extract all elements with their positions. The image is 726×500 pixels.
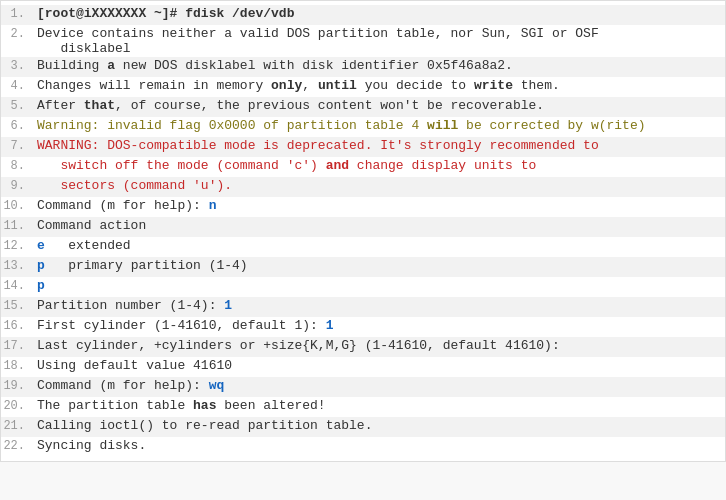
terminal-line: 1.[root@iXXXXXXX ~]# fdisk /dev/vdb xyxy=(1,5,725,25)
terminal-line: 18.Using default value 41610 xyxy=(1,357,725,377)
line-content: First cylinder (1-41610, default 1): 1 xyxy=(33,318,725,333)
line-number: 13. xyxy=(1,259,33,273)
line-number: 14. xyxy=(1,279,33,293)
text-segment: 1 xyxy=(224,298,232,313)
terminal-block: 1.[root@iXXXXXXX ~]# fdisk /dev/vdb2.Dev… xyxy=(0,0,726,462)
line-number: 10. xyxy=(1,199,33,213)
text-segment: Partition number (1-4): xyxy=(37,298,224,313)
terminal-line: 14.p xyxy=(1,277,725,297)
line-number: 11. xyxy=(1,219,33,233)
text-segment: write xyxy=(474,78,513,93)
line-number: 9. xyxy=(1,179,33,193)
line-content: Syncing disks. xyxy=(33,438,725,453)
line-content: Command (m for help): n xyxy=(33,198,725,213)
line-content: The partition table has been altered! xyxy=(33,398,725,413)
terminal-line: 2.Device contains neither a valid DOS pa… xyxy=(1,25,725,57)
terminal-line: 17.Last cylinder, +cylinders or +size{K,… xyxy=(1,337,725,357)
terminal-line: 7.WARNING: DOS-compatible mode is deprec… xyxy=(1,137,725,157)
text-segment: be corrected by w(rite) xyxy=(466,118,645,133)
text-segment: e xyxy=(37,238,45,253)
text-segment: extended xyxy=(45,238,131,253)
text-segment: will xyxy=(427,118,466,133)
line-content: Last cylinder, +cylinders or +size{K,M,G… xyxy=(33,338,725,353)
line-content: Changes will remain in memory only, unti… xyxy=(33,78,725,93)
line-number: 12. xyxy=(1,239,33,253)
text-segment: a xyxy=(107,58,115,73)
text-segment: new DOS disklabel with disk identifier 0… xyxy=(115,58,513,73)
line-number: 5. xyxy=(1,99,33,113)
terminal-line: 15.Partition number (1-4): 1 xyxy=(1,297,725,317)
line-content: sectors (command 'u'). xyxy=(33,178,725,193)
terminal-line: 11.Command action xyxy=(1,217,725,237)
text-segment: been altered! xyxy=(216,398,325,413)
text-segment: Device contains neither a valid DOS part… xyxy=(37,26,599,56)
text-segment: Command (m for help): xyxy=(37,378,209,393)
line-number: 7. xyxy=(1,139,33,153)
text-segment: sectors (command 'u'). xyxy=(37,178,232,193)
line-number: 1. xyxy=(1,7,33,21)
line-content: Device contains neither a valid DOS part… xyxy=(33,26,725,56)
terminal-line: 5.After that, of course, the previous co… xyxy=(1,97,725,117)
line-number: 3. xyxy=(1,59,33,73)
line-number: 20. xyxy=(1,399,33,413)
line-content: p primary partition (1-4) xyxy=(33,258,725,273)
terminal-line: 22.Syncing disks. xyxy=(1,437,725,457)
text-segment: [root@iXXXXXXX ~]# fdisk /dev/vdb xyxy=(37,6,294,21)
terminal-line: 9. sectors (command 'u'). xyxy=(1,177,725,197)
text-segment: , xyxy=(302,78,318,93)
text-segment: Warning: invalid flag 0x0000 of partitio… xyxy=(37,118,427,133)
text-segment: until xyxy=(318,78,357,93)
line-content: Partition number (1-4): 1 xyxy=(33,298,725,313)
line-content: After that, of course, the previous cont… xyxy=(33,98,725,113)
text-segment: p xyxy=(37,258,45,273)
text-segment: switch off the mode (command 'c') xyxy=(37,158,326,173)
terminal-line: 21.Calling ioctl() to re-read partition … xyxy=(1,417,725,437)
line-content: switch off the mode (command 'c') and ch… xyxy=(33,158,725,173)
text-segment: n xyxy=(209,198,217,213)
text-segment: Building xyxy=(37,58,107,73)
line-number: 15. xyxy=(1,299,33,313)
line-content: [root@iXXXXXXX ~]# fdisk /dev/vdb xyxy=(33,6,725,21)
line-number: 2. xyxy=(1,27,33,41)
terminal-line: 16.First cylinder (1-41610, default 1): … xyxy=(1,317,725,337)
text-segment: , of course, the previous content won't … xyxy=(115,98,544,113)
text-segment: them. xyxy=(513,78,560,93)
text-segment: only xyxy=(271,78,302,93)
text-segment: has xyxy=(193,398,216,413)
text-segment: Syncing disks. xyxy=(37,438,146,453)
line-content: Calling ioctl() to re-read partition tab… xyxy=(33,418,725,433)
text-segment: and xyxy=(326,158,349,173)
line-number: 18. xyxy=(1,359,33,373)
text-segment: you decide to xyxy=(357,78,474,93)
text-segment: Command (m for help): xyxy=(37,198,209,213)
line-content: Building a new DOS disklabel with disk i… xyxy=(33,58,725,73)
line-number: 19. xyxy=(1,379,33,393)
line-content: Using default value 41610 xyxy=(33,358,725,373)
terminal-line: 6.Warning: invalid flag 0x0000 of partit… xyxy=(1,117,725,137)
line-content: Warning: invalid flag 0x0000 of partitio… xyxy=(33,118,725,133)
line-content: Command (m for help): wq xyxy=(33,378,725,393)
text-segment: p xyxy=(37,278,45,293)
terminal-line: 8. switch off the mode (command 'c') and… xyxy=(1,157,725,177)
line-number: 17. xyxy=(1,339,33,353)
line-number: 8. xyxy=(1,159,33,173)
text-segment: Changes will remain in memory xyxy=(37,78,271,93)
terminal-line: 10.Command (m for help): n xyxy=(1,197,725,217)
line-number: 6. xyxy=(1,119,33,133)
line-number: 21. xyxy=(1,419,33,433)
text-segment: Using default value 41610 xyxy=(37,358,232,373)
text-segment: primary partition (1-4) xyxy=(45,258,248,273)
line-number: 16. xyxy=(1,319,33,333)
text-segment: change display units to xyxy=(349,158,536,173)
line-content: p xyxy=(33,278,725,293)
terminal-line: 19.Command (m for help): wq xyxy=(1,377,725,397)
text-segment: wq xyxy=(209,378,225,393)
terminal-line: 4.Changes will remain in memory only, un… xyxy=(1,77,725,97)
text-segment: WARNING: DOS-compatible mode is deprecat… xyxy=(37,138,599,153)
terminal-line: 12.e extended xyxy=(1,237,725,257)
line-content: e extended xyxy=(33,238,725,253)
text-segment: 1 xyxy=(326,318,334,333)
line-content: Command action xyxy=(33,218,725,233)
line-number: 4. xyxy=(1,79,33,93)
terminal-line: 13.p primary partition (1-4) xyxy=(1,257,725,277)
